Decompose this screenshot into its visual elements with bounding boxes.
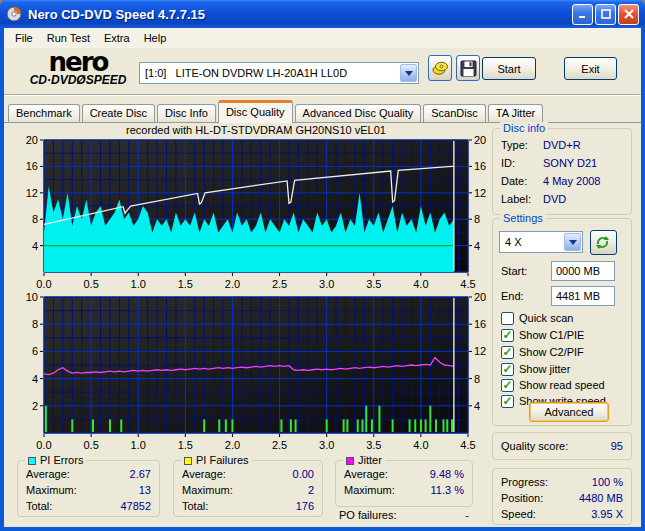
advanced-button[interactable]: Advanced xyxy=(529,402,609,422)
svg-text:4: 4 xyxy=(32,373,38,385)
menu-bar: File Run Test Extra Help xyxy=(4,28,641,48)
speed-select-value: 4 X xyxy=(500,236,563,248)
position-label: Position: xyxy=(501,492,543,504)
svg-text:3.5: 3.5 xyxy=(366,439,381,451)
toolbar: nero CD·DVDØSPEED [1:0] LITE-ON DVDRW LH… xyxy=(4,48,641,95)
pi-errors-maximum-value: 13 xyxy=(139,484,151,496)
disc-date-label: Date: xyxy=(501,175,527,187)
pi-errors-maximum-label: Maximum: xyxy=(26,484,77,496)
checkbox-label: Show jitter xyxy=(519,363,570,375)
checkbox-box[interactable]: ✓ xyxy=(501,395,514,408)
checkbox-box[interactable]: ✓ xyxy=(501,346,514,359)
pi-errors-total-value: 47852 xyxy=(120,500,151,512)
checkbox-box[interactable]: ✓ xyxy=(501,312,514,325)
tab-ta-jitter[interactable]: TA Jitter xyxy=(488,104,544,123)
svg-text:1.0: 1.0 xyxy=(131,439,146,451)
speed-label: Speed: xyxy=(501,508,536,520)
pi-failures-group: PI Failures Average:0.00 Maximum:2 Total… xyxy=(173,460,323,517)
checkbox-show-c1-pie[interactable]: ✓ Show C1/PIE xyxy=(501,328,584,342)
checkbox-label: Show C2/PIF xyxy=(519,346,584,358)
po-failures-value: - xyxy=(465,509,469,521)
svg-text:3.0: 3.0 xyxy=(319,278,334,290)
save-button[interactable] xyxy=(456,55,480,81)
svg-text:12: 12 xyxy=(474,345,486,357)
svg-text:20: 20 xyxy=(474,134,486,146)
settings-group: Settings 4 X Start: End: ✓ Quick scan ✓ … xyxy=(492,218,632,426)
svg-text:2: 2 xyxy=(32,400,38,412)
jitter-legend-icon xyxy=(346,457,354,465)
checkbox-show-c2-pif[interactable]: ✓ Show C2/PIF xyxy=(501,345,584,359)
speed-value: 3.95 X xyxy=(591,508,623,520)
disc-type-value: DVD+R xyxy=(543,139,581,151)
pi-failures-average-value: 0.00 xyxy=(293,468,314,480)
checkbox-show-read-speed[interactable]: ✓ Show read speed xyxy=(501,378,605,392)
svg-text:4: 4 xyxy=(32,240,38,252)
svg-text:10: 10 xyxy=(26,291,38,303)
tab-advanced-disc-quality[interactable]: Advanced Disc Quality xyxy=(295,104,422,123)
checkbox-box[interactable]: ✓ xyxy=(501,363,514,376)
svg-text:12: 12 xyxy=(474,187,486,199)
svg-text:8: 8 xyxy=(474,213,480,225)
pif-jitter-chart: 246810481216200.00.51.01.52.02.53.03.54.… xyxy=(24,290,486,452)
pi-failures-title: PI Failures xyxy=(196,454,249,466)
menu-file[interactable]: File xyxy=(8,30,40,46)
menu-run-test[interactable]: Run Test xyxy=(40,30,97,46)
svg-text:16: 16 xyxy=(474,160,486,172)
tab-create-disc[interactable]: Create Disc xyxy=(82,104,155,123)
speed-select[interactable]: 4 X xyxy=(499,231,583,253)
svg-text:1.5: 1.5 xyxy=(178,439,193,451)
close-icon xyxy=(624,9,634,19)
pi-failures-legend-icon xyxy=(184,457,192,465)
change-disc-button[interactable] xyxy=(428,55,452,81)
chevron-down-icon[interactable] xyxy=(564,233,581,251)
nero-logo: nero CD·DVDØSPEED xyxy=(18,51,138,87)
disc-type-label: Type: xyxy=(501,139,528,151)
menu-extra[interactable]: Extra xyxy=(97,30,137,46)
disc-label-value: DVD xyxy=(543,193,566,205)
minimize-button[interactable] xyxy=(572,4,593,25)
disc-id-label: ID: xyxy=(501,157,515,169)
menu-help[interactable]: Help xyxy=(137,30,174,46)
drive-select[interactable]: [1:0] LITE-ON DVDRW LH-20A1H LL0D xyxy=(139,62,419,84)
checkbox-box[interactable]: ✓ xyxy=(501,379,514,392)
checkbox-quick-scan[interactable]: ✓ Quick scan xyxy=(501,311,573,325)
app-window: Nero CD-DVD Speed 4.7.7.15 File Run Test… xyxy=(0,0,645,531)
checkbox-box[interactable]: ✓ xyxy=(501,329,514,342)
svg-text:4: 4 xyxy=(474,240,480,252)
close-button[interactable] xyxy=(618,4,639,25)
svg-text:20: 20 xyxy=(26,134,38,146)
maximize-button[interactable] xyxy=(595,4,616,25)
quality-score-value: 95 xyxy=(611,440,623,452)
end-mb-input[interactable] xyxy=(551,286,615,306)
chevron-down-icon[interactable] xyxy=(400,64,417,82)
tab-disc-quality[interactable]: Disc Quality xyxy=(218,100,293,123)
start-mb-input[interactable] xyxy=(551,261,615,281)
start-mb-label: Start: xyxy=(501,265,527,277)
quality-score-label: Quality score: xyxy=(501,440,568,452)
svg-text:20: 20 xyxy=(474,291,486,303)
pi-failures-maximum-label: Maximum: xyxy=(182,484,233,496)
svg-text:0.0: 0.0 xyxy=(36,439,51,451)
po-failures-row: PO failures: - xyxy=(339,509,469,521)
tab-benchmark[interactable]: Benchmark xyxy=(8,104,80,123)
pi-failures-maximum-value: 2 xyxy=(308,484,314,496)
position-value: 4480 MB xyxy=(579,492,623,504)
svg-text:2.5: 2.5 xyxy=(272,439,287,451)
pi-errors-average-value: 2.67 xyxy=(130,468,151,480)
status-group: Progress:100 % Position:4480 MB Speed:3.… xyxy=(492,468,632,525)
save-icon xyxy=(460,60,477,77)
start-button[interactable]: Start xyxy=(482,57,536,80)
tab-scandisc[interactable]: ScanDisc xyxy=(423,104,485,123)
jitter-group: Jitter Average:9.48 % Maximum:11.3 % xyxy=(335,460,473,507)
disc-date-value: 4 May 2008 xyxy=(543,175,600,187)
tab-strip: Benchmark Create Disc Disc Info Disc Qua… xyxy=(8,100,508,123)
jitter-title: Jitter xyxy=(358,454,382,466)
title-bar[interactable]: Nero CD-DVD Speed 4.7.7.15 xyxy=(0,0,645,28)
minimize-icon xyxy=(578,9,588,19)
checkbox-show-jitter[interactable]: ✓ Show jitter xyxy=(501,362,570,376)
svg-text:16: 16 xyxy=(474,318,486,330)
pi-errors-total-label: Total: xyxy=(26,500,52,512)
tab-disc-info[interactable]: Disc Info xyxy=(157,104,216,123)
exit-button[interactable]: Exit xyxy=(564,57,617,80)
refresh-button[interactable] xyxy=(590,230,617,255)
